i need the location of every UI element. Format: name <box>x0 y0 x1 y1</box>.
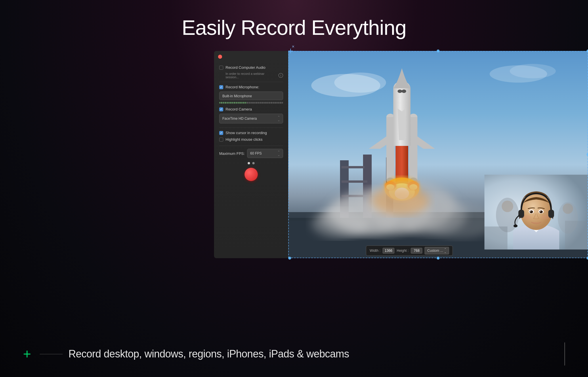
svg-point-62 <box>541 215 549 220</box>
svg-point-53 <box>530 211 531 212</box>
height-label: Height : <box>397 249 408 253</box>
record-camera-row: Record Camera <box>219 107 283 111</box>
volume-segment <box>249 102 250 104</box>
control-panel: Record Computer Audio In order to record… <box>214 51 288 258</box>
divider-2 <box>219 127 283 128</box>
volume-segment <box>223 102 224 104</box>
webcam-person-image <box>484 175 588 250</box>
plus-icon: + <box>23 347 31 361</box>
page-dots <box>219 162 283 164</box>
bottom-description: Record desktop, windows, regions, iPhone… <box>68 348 556 360</box>
volume-segment <box>273 102 274 104</box>
bottom-line-left <box>40 354 63 354</box>
record-camera-checkbox[interactable] <box>219 107 223 111</box>
width-label: Width : <box>370 249 380 253</box>
svg-rect-11 <box>341 180 367 183</box>
volume-segment <box>278 102 279 104</box>
svg-rect-18 <box>386 117 394 180</box>
divider-3 <box>219 146 283 146</box>
volume-segment <box>251 102 252 104</box>
highlight-mouse-row: Highlight mouse clicks <box>219 137 283 142</box>
svg-point-4 <box>510 64 556 78</box>
svg-point-45 <box>563 203 573 214</box>
camera-selector[interactable]: FaceTime HD Camera ⌃⌄ <box>219 114 283 123</box>
volume-segment <box>267 102 268 104</box>
custom-label: Custom ... <box>427 249 443 253</box>
fps-selector[interactable]: 60 FPS ⌃⌄ <box>247 149 283 158</box>
close-button[interactable] <box>218 55 222 59</box>
record-mic-label: Record Microphone: <box>226 85 259 89</box>
volume-segment <box>232 102 233 104</box>
height-value[interactable]: 768 <box>411 248 422 254</box>
webinar-note-row: In order to record a webinar session... … <box>219 72 283 79</box>
svg-point-60 <box>513 224 518 227</box>
volume-segment <box>276 102 278 104</box>
svg-point-2 <box>334 73 386 93</box>
record-audio-row: Record Computer Audio <box>219 65 283 70</box>
microphone-selector[interactable]: Built-in Microphone <box>219 92 283 100</box>
svg-point-49 <box>520 194 552 230</box>
volume-segment <box>280 102 281 104</box>
volume-segment <box>227 102 228 104</box>
record-audio-checkbox[interactable] <box>219 66 223 70</box>
volume-segment <box>236 102 237 104</box>
record-camera-label: Record Camera <box>226 107 252 111</box>
volume-segment <box>261 102 263 104</box>
volume-segment <box>228 102 230 104</box>
camera-value: FaceTime HD Camera <box>222 117 257 121</box>
volume-segment <box>230 102 231 104</box>
page-dot-1[interactable] <box>248 162 250 164</box>
svg-rect-10 <box>341 166 364 168</box>
microphone-value: Built-in Microphone <box>222 94 252 98</box>
svg-point-57 <box>540 211 541 212</box>
camera-chevron: ⌃⌄ <box>278 115 280 122</box>
show-cursor-checkbox[interactable] <box>219 131 223 135</box>
volume-segment <box>254 102 255 104</box>
svg-rect-47 <box>565 221 588 250</box>
record-button-container <box>219 168 283 181</box>
record-button[interactable] <box>245 168 258 181</box>
record-audio-label: Record Computer Audio <box>226 65 266 70</box>
volume-segment <box>247 102 248 104</box>
svg-rect-21 <box>409 117 417 180</box>
volume-segment <box>245 102 246 104</box>
custom-dropdown[interactable]: Custom ... ⌃⌄ <box>425 247 449 254</box>
fps-row: Maximum FPS: 60 FPS ⌃⌄ <box>219 149 283 158</box>
fps-chevron: ⌃⌄ <box>278 150 280 157</box>
volume-segment <box>239 102 240 104</box>
recording-area: ✕ <box>214 51 588 258</box>
volume-segment <box>264 102 265 104</box>
svg-point-61 <box>523 215 531 220</box>
bottom-section: + Record desktop, windows, regions, iPho… <box>0 331 588 377</box>
record-mic-checkbox[interactable] <box>219 85 223 89</box>
info-icon[interactable]: i <box>278 73 283 78</box>
bottom-line-right <box>564 342 565 365</box>
show-cursor-row: Show cursor in recording <box>219 131 283 135</box>
divider-1 <box>219 82 283 82</box>
dimension-bar: Width : 1366 Height : 768 Custom ... ⌃⌄ <box>366 245 453 256</box>
svg-rect-46 <box>484 226 507 250</box>
volume-segment <box>243 102 244 104</box>
volume-segment <box>265 102 266 104</box>
page-title: Easily Record Everything <box>0 0 588 51</box>
title-bar <box>214 51 288 62</box>
volume-segment <box>282 102 283 104</box>
volume-segment <box>234 102 235 104</box>
svg-point-26 <box>402 90 406 93</box>
volume-segment <box>221 102 222 104</box>
volume-segment <box>241 102 243 104</box>
panel-content: Record Computer Audio In order to record… <box>214 62 288 184</box>
volume-segment <box>256 102 257 104</box>
preview-area: Width : 1366 Height : 768 Custom ... ⌃⌄ <box>288 51 588 258</box>
fps-value: 60 FPS <box>250 151 262 155</box>
page-dot-2[interactable] <box>252 162 255 164</box>
volume-segment <box>252 102 253 104</box>
highlight-mouse-checkbox[interactable] <box>219 138 223 142</box>
svg-point-43 <box>502 201 513 212</box>
volume-bar <box>219 102 283 104</box>
volume-segment <box>238 102 239 104</box>
width-value[interactable]: 1366 <box>383 248 394 254</box>
webinar-note: In order to record a webinar session... <box>226 72 277 79</box>
fps-label: Maximum FPS: <box>219 151 245 156</box>
svg-point-40 <box>372 186 429 215</box>
